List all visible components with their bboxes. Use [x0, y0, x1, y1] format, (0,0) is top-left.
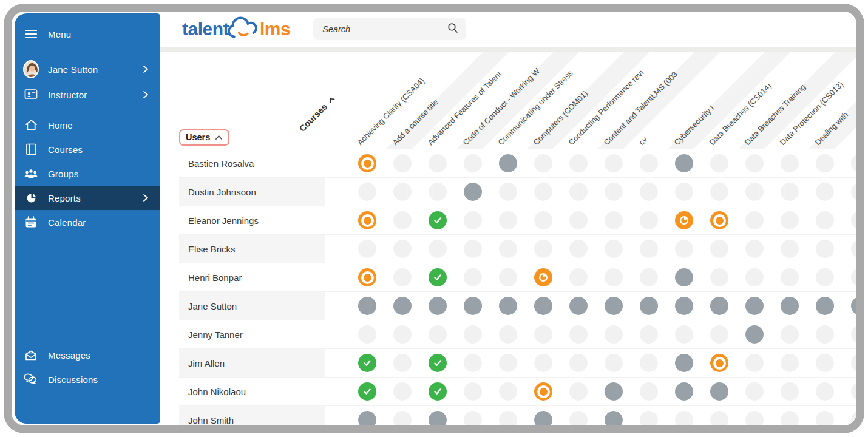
status-dot-empty[interactable] — [745, 211, 764, 229]
user-name[interactable]: Jane Sutton — [179, 292, 325, 320]
status-dot-empty[interactable] — [710, 411, 728, 425]
sidebar-item-courses[interactable]: Courses — [15, 137, 160, 161]
status-dot-empty[interactable] — [499, 211, 517, 229]
status-dot-empty[interactable] — [464, 154, 482, 172]
status-dot-orange-clock[interactable] — [534, 268, 552, 286]
user-name[interactable]: Dustin Johnsoon — [179, 178, 325, 206]
status-dot-gray-filled[interactable] — [464, 183, 482, 201]
user-name[interactable]: John Nikolaou — [179, 378, 325, 405]
course-header[interactable]: cv — [637, 135, 649, 147]
status-dot-empty[interactable] — [781, 154, 799, 172]
status-dot-empty[interactable] — [605, 354, 623, 372]
status-dot-empty[interactable] — [816, 183, 834, 201]
status-dot-empty[interactable] — [569, 240, 588, 258]
app-logo[interactable]: talent lms — [182, 16, 290, 42]
status-dot-orange-ring[interactable] — [710, 211, 728, 229]
status-dot-empty[interactable] — [569, 382, 588, 401]
status-dot-empty[interactable] — [534, 354, 552, 372]
status-dot-empty[interactable] — [851, 183, 856, 201]
status-dot-gray-filled[interactable] — [534, 297, 552, 315]
status-dot-empty[interactable] — [429, 154, 447, 172]
status-dot-empty[interactable] — [393, 354, 412, 372]
status-dot-empty[interactable] — [464, 354, 482, 372]
status-dot-gray-filled[interactable] — [464, 297, 482, 315]
status-dot-gray-filled[interactable] — [534, 411, 552, 425]
status-dot-empty[interactable] — [464, 325, 482, 344]
users-sort-button[interactable]: Users — [179, 129, 229, 146]
status-dot-gray-filled[interactable] — [675, 297, 693, 315]
status-dot-empty[interactable] — [464, 382, 482, 401]
status-dot-empty[interactable] — [745, 183, 764, 201]
status-dot-green-check[interactable] — [429, 268, 447, 286]
user-name[interactable]: Bastien Rosalva — [179, 149, 325, 177]
status-dot-empty[interactable] — [605, 240, 623, 258]
status-dot-green-check[interactable] — [429, 354, 447, 372]
status-dot-empty[interactable] — [499, 325, 517, 344]
status-dot-gray-filled[interactable] — [851, 297, 856, 315]
status-dot-orange-ring[interactable] — [534, 382, 552, 401]
status-dot-empty[interactable] — [781, 354, 799, 372]
status-dot-empty[interactable] — [358, 240, 376, 258]
status-dot-empty[interactable] — [851, 268, 856, 286]
status-dot-empty[interactable] — [429, 240, 447, 258]
status-dot-empty[interactable] — [851, 354, 856, 372]
status-dot-empty[interactable] — [605, 325, 623, 344]
status-dot-empty[interactable] — [675, 240, 693, 258]
status-dot-empty[interactable] — [534, 183, 552, 201]
status-dot-gray-filled[interactable] — [710, 297, 728, 315]
status-dot-empty[interactable] — [499, 268, 517, 286]
status-dot-empty[interactable] — [710, 325, 728, 344]
status-dot-empty[interactable] — [393, 211, 412, 229]
status-dot-empty[interactable] — [640, 211, 658, 229]
status-dot-gray-filled[interactable] — [358, 411, 376, 425]
status-dot-empty[interactable] — [569, 411, 588, 425]
status-dot-empty[interactable] — [605, 183, 623, 201]
status-dot-empty[interactable] — [499, 382, 517, 401]
status-dot-gray-filled[interactable] — [781, 297, 799, 315]
status-dot-empty[interactable] — [851, 325, 856, 344]
status-dot-empty[interactable] — [393, 411, 412, 425]
status-dot-empty[interactable] — [464, 268, 482, 286]
sidebar-item-reports[interactable]: Reports — [15, 186, 160, 210]
status-dot-gray-filled[interactable] — [640, 297, 658, 315]
user-name[interactable]: Henri Bonpar — [179, 263, 325, 291]
status-dot-empty[interactable] — [816, 154, 834, 172]
status-dot-empty[interactable] — [569, 154, 588, 172]
search-input[interactable] — [321, 24, 447, 35]
status-dot-empty[interactable] — [710, 240, 728, 258]
status-dot-empty[interactable] — [640, 325, 658, 344]
user-name[interactable]: Jim Allen — [179, 349, 325, 377]
status-dot-gray-filled[interactable] — [429, 411, 447, 425]
status-dot-orange-clock[interactable] — [675, 211, 693, 229]
status-dot-empty[interactable] — [605, 154, 623, 172]
status-dot-orange-ring[interactable] — [358, 211, 376, 229]
status-dot-empty[interactable] — [393, 325, 412, 344]
status-dot-empty[interactable] — [816, 268, 834, 286]
status-dot-empty[interactable] — [464, 411, 482, 425]
status-dot-empty[interactable] — [464, 240, 482, 258]
sidebar-item-groups[interactable]: Groups — [15, 161, 160, 186]
status-dot-empty[interactable] — [675, 411, 693, 425]
status-dot-empty[interactable] — [816, 240, 834, 258]
status-dot-empty[interactable] — [534, 154, 552, 172]
status-dot-empty[interactable] — [851, 211, 856, 229]
status-dot-empty[interactable] — [640, 354, 658, 372]
status-dot-green-check[interactable] — [429, 211, 447, 229]
sidebar-item-home[interactable]: Home — [15, 113, 160, 137]
status-dot-empty[interactable] — [745, 382, 764, 401]
status-dot-gray-filled[interactable] — [569, 297, 588, 315]
search-icon[interactable] — [447, 22, 458, 36]
status-dot-empty[interactable] — [569, 211, 588, 229]
user-name[interactable]: Eleanor Jennings — [179, 206, 325, 234]
status-dot-empty[interactable] — [710, 268, 728, 286]
status-dot-empty[interactable] — [816, 354, 834, 372]
status-dot-empty[interactable] — [745, 154, 764, 172]
status-dot-empty[interactable] — [569, 325, 588, 344]
status-dot-empty[interactable] — [745, 240, 764, 258]
status-dot-empty[interactable] — [640, 411, 658, 425]
status-dot-empty[interactable] — [816, 325, 834, 344]
status-dot-empty[interactable] — [358, 325, 376, 344]
status-dot-empty[interactable] — [499, 183, 517, 201]
status-dot-gray-filled[interactable] — [358, 297, 376, 315]
status-dot-empty[interactable] — [781, 211, 799, 229]
